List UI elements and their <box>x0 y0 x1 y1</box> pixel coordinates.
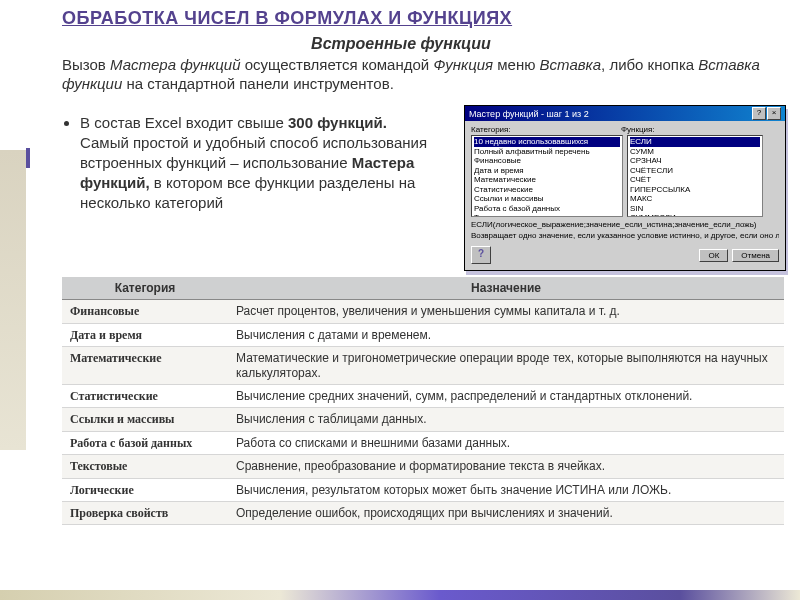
ok-button[interactable]: ОК <box>699 249 728 262</box>
cell-category: Ссылки и массивы <box>62 408 228 431</box>
cell-desc: Сравнение, преобразование и форматирован… <box>228 455 784 478</box>
decorative-bottom-bar <box>0 590 800 600</box>
cell-desc: Вычисление средних значений, сумм, распр… <box>228 384 784 407</box>
cell-category: Проверка свойств <box>62 501 228 524</box>
cell-desc: Вычисления, результатом которых может бы… <box>228 478 784 501</box>
cell-category: Дата и время <box>62 323 228 346</box>
cell-category: Статистические <box>62 384 228 407</box>
cell-desc: Вычисления с датами и временем. <box>228 323 784 346</box>
label-category: Категория: <box>471 125 621 134</box>
cell-desc: Вычисления с таблицами данных. <box>228 408 784 431</box>
table-row: Работа с базой данныхРабота со списками … <box>62 431 784 454</box>
cell-desc: Математические и тригонометрические опер… <box>228 347 784 385</box>
cell-desc: Работа со списками и внешними базами дан… <box>228 431 784 454</box>
cancel-button[interactable]: Отмена <box>732 249 779 262</box>
th-desc: Назначение <box>228 277 784 300</box>
subtitle: Встроенные функции <box>42 35 760 53</box>
page-title: ОБРАБОТКА ЧИСЕЛ В ФОРМУЛАХ И ФУНКЦИЯХ <box>62 8 760 29</box>
table-row: МатематическиеМатематические и тригономе… <box>62 347 784 385</box>
table-row: Дата и времяВычисления с датами и времен… <box>62 323 784 346</box>
cell-category: Математические <box>62 347 228 385</box>
hint-icon[interactable]: ? <box>471 246 491 264</box>
table-row: ЛогическиеВычисления, результатом которы… <box>62 478 784 501</box>
label-function: Функция: <box>621 125 655 134</box>
th-category: Категория <box>62 277 228 300</box>
description-line: Возвращает одно значение, если указанное… <box>471 231 779 240</box>
table-row: СтатистическиеВычисление средних значени… <box>62 384 784 407</box>
cell-desc: Расчет процентов, увеличения и уменьшени… <box>228 300 784 323</box>
table-row: ФинансовыеРасчет процентов, увеличения и… <box>62 300 784 323</box>
intro-text: Вызов Мастера функций осуществляется ком… <box>62 55 760 93</box>
cell-desc: Определение ошибок, происходящих при выч… <box>228 501 784 524</box>
close-icon[interactable]: × <box>767 107 781 120</box>
cell-category: Текстовые <box>62 455 228 478</box>
dialog-title: Мастер функций - шаг 1 из 2 <box>469 109 589 119</box>
cell-category: Работа с базой данных <box>62 431 228 454</box>
function-listbox[interactable]: ЕСЛИ СУММ СРЗНАЧ СЧЁТЕСЛИ СЧЁТ ГИПЕРССЫЛ… <box>627 135 763 217</box>
table-row: Проверка свойствОпределение ошибок, прои… <box>62 501 784 524</box>
table-row: ТекстовыеСравнение, преобразование и фор… <box>62 455 784 478</box>
cell-category: Логические <box>62 478 228 501</box>
table-row: Ссылки и массивыВычисления с таблицами д… <box>62 408 784 431</box>
syntax-line: ЕСЛИ(логическое_выражение;значение_если_… <box>471 220 779 229</box>
category-listbox[interactable]: 10 недавно использовавшихся Полный алфав… <box>471 135 623 217</box>
decorative-left-stripe <box>0 150 26 450</box>
help-icon[interactable]: ? <box>752 107 766 120</box>
bullet-point: В состав Excel входит свыше 300 функций.… <box>0 103 464 271</box>
function-wizard-dialog: Мастер функций - шаг 1 из 2 ? × Категори… <box>464 105 786 271</box>
cell-category: Финансовые <box>62 300 228 323</box>
dialog-titlebar: Мастер функций - шаг 1 из 2 ? × <box>465 106 785 121</box>
categories-table: Категория Назначение ФинансовыеРасчет пр… <box>62 277 784 525</box>
